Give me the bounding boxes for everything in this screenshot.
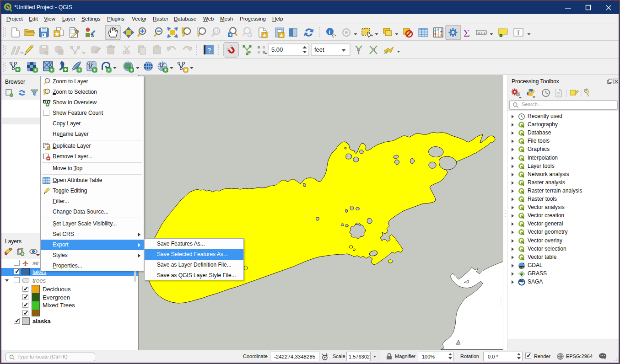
svg-text:feet: feet [314, 46, 324, 53]
svg-text:1:1: 1:1 [214, 30, 218, 33]
svg-text:?: ? [207, 46, 211, 54]
svg-text:GDAL: GDAL [519, 266, 525, 268]
svg-text:a: a [91, 32, 94, 38]
svg-text:Σ: Σ [464, 27, 470, 39]
svg-text:5.00: 5.00 [271, 46, 283, 53]
svg-text:T: T [517, 29, 520, 36]
